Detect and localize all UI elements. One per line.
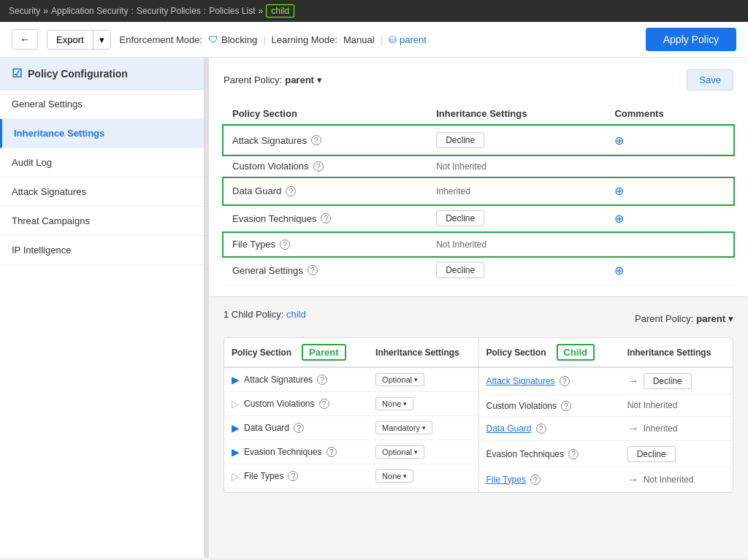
parent-file-types-setting: None ▾ <box>368 464 478 488</box>
col-comments: Comments <box>606 102 733 126</box>
parent-file-types-help[interactable]: ? <box>288 471 298 481</box>
row-custom-viol-comment <box>606 155 733 178</box>
child-data-guard-label: Data Guard <box>486 423 532 434</box>
parent-policy-value[interactable]: parent <box>285 74 314 85</box>
sidebar-item-inheritance-settings[interactable]: Inheritance Settings <box>0 119 204 148</box>
export-button-group: Export ▾ <box>47 30 111 50</box>
parent-custom-viol-help[interactable]: ? <box>319 399 329 409</box>
parent-custom-viol-badge[interactable]: None ▾ <box>375 397 413 410</box>
parent-badge: Parent <box>302 344 346 361</box>
evasion-help-icon[interactable]: ? <box>321 213 331 223</box>
back-button[interactable]: ← <box>12 29 38 50</box>
child-attack-sig-badge[interactable]: Decline <box>644 373 692 389</box>
breadcrumb-security[interactable]: Security <box>9 6 40 16</box>
row-gen-settings-setting: Decline <box>427 256 606 285</box>
row-data-guard-comment: ⊕ <box>606 178 733 204</box>
table-row: File Types ? → Not Inherited <box>479 467 733 492</box>
parent-evasion-badge[interactable]: Optional ▾ <box>375 445 424 459</box>
child-comparison-table: Policy Section Child Inheritance Setting… <box>479 338 733 492</box>
child-attack-sig-section: Attack Signatures ? <box>479 367 620 395</box>
expand-icon[interactable]: ▶ <box>232 422 240 434</box>
parent-evasion-section: ▶ Evasion Techniques ? <box>224 440 368 464</box>
child-custom-viol-text: Not Inherited <box>627 400 678 410</box>
parent-dropdown-icon[interactable]: ▾ <box>317 74 322 85</box>
child-policy-link[interactable]: child <box>286 309 306 320</box>
child-attack-sig-help[interactable]: ? <box>560 376 570 386</box>
toolbar: ← Export ▾ Enforcement Mode: 🛡 Blocking … <box>0 22 748 58</box>
child-count-label: 1 Child Policy: <box>224 309 283 320</box>
bottom-header-right: Parent Policy: parent ▾ <box>635 313 733 324</box>
data-guard-comment-icon[interactable]: ⊕ <box>614 185 624 197</box>
child-file-types-help[interactable]: ? <box>530 475 541 485</box>
sidebar-item-attack-signatures[interactable]: Attack Signatures <box>0 177 204 207</box>
parent-policy-label: Parent Policy: parent ▾ <box>224 74 322 85</box>
sidebar-item-audit-log[interactable]: Audit Log <box>0 148 204 177</box>
parent-attack-sig-badge[interactable]: Optional ▾ <box>375 373 424 386</box>
parent-data-guard-badge[interactable]: Mandatory ▾ <box>375 421 432 434</box>
save-button[interactable]: Save <box>687 69 733 91</box>
sidebar-item-general-settings[interactable]: General Settings <box>0 90 204 119</box>
parent-attack-sig-help[interactable]: ? <box>317 375 327 385</box>
evasion-comment-icon[interactable]: ⊕ <box>614 212 624 225</box>
parent-attack-sig-setting: Optional ▾ <box>368 367 478 392</box>
sidebar-item-threat-campaigns[interactable]: Threat Campaigns <box>0 207 204 236</box>
attack-sig-help-icon[interactable]: ? <box>311 135 321 145</box>
apply-policy-button[interactable]: Apply Policy <box>646 28 736 51</box>
export-caret-button[interactable]: ▾ <box>93 31 110 49</box>
table-row: ▶ Evasion Techniques ? Optional ▾ <box>224 440 478 464</box>
breadcrumb-pollist[interactable]: Policies List <box>209 6 255 16</box>
parent-data-guard-help[interactable]: ? <box>294 423 304 433</box>
child-data-guard-section: Data Guard ? <box>479 416 620 441</box>
parent-file-types-badge[interactable]: None ▾ <box>375 469 413 483</box>
gen-settings-comment-icon[interactable]: ⊕ <box>614 264 624 277</box>
gen-settings-help-icon[interactable]: ? <box>308 265 318 275</box>
bc-sep-1: » <box>43 6 48 16</box>
row-attack-sig-setting: Decline <box>427 126 606 155</box>
evasion-badge[interactable]: Decline <box>436 210 484 226</box>
parent-evasion-label: Evasion Techniques <box>244 447 322 457</box>
bottom-parent-value[interactable]: parent <box>696 313 725 324</box>
arrow-icon: → <box>627 422 639 435</box>
bottom-parent-caret[interactable]: ▾ <box>728 313 733 324</box>
custom-viol-label: Custom Violations <box>232 161 309 172</box>
data-guard-label: Data Guard <box>232 185 281 196</box>
sidebar-item-ip-intelligence[interactable]: IP Intelligence <box>0 236 204 265</box>
parent-table-body: ▶ Attack Signatures ? Optional ▾ <box>224 367 478 488</box>
toolbar-info: Enforcement Mode: 🛡 Blocking | Learning … <box>120 34 637 45</box>
child-attack-sig-setting: → Decline <box>620 368 733 395</box>
parent-policy-link[interactable]: ⛁ parent <box>389 34 427 45</box>
parent-link-text: parent <box>400 34 427 45</box>
child-evasion-setting: Decline <box>620 441 733 468</box>
policy-table-header: Policy Section Inheritance Settings Comm… <box>224 102 733 126</box>
child-evasion-help[interactable]: ? <box>568 449 579 459</box>
child-data-guard-help[interactable]: ? <box>536 423 546 434</box>
table-row: File Types ? Not Inherited <box>224 233 733 256</box>
table-row: Custom Violations ? Not Inherited <box>479 395 733 416</box>
table-row: General Settings ? Decline ⊕ <box>224 256 733 285</box>
child-custom-viol-help[interactable]: ? <box>561 401 571 411</box>
breadcrumb-secpol[interactable]: Security Policies <box>137 6 201 16</box>
table-row: Evasion Techniques ? Decline <box>479 441 733 468</box>
expand-icon[interactable]: ▶ <box>232 374 240 386</box>
export-button[interactable]: Export <box>47 31 93 49</box>
child-file-types-setting: → Not Inherited <box>620 468 733 492</box>
comparison-container: Policy Section Parent Inheritance Settin… <box>224 337 733 493</box>
gen-settings-badge[interactable]: Decline <box>436 262 484 278</box>
child-evasion-badge[interactable]: Decline <box>627 446 676 462</box>
row-attack-sig-comment: ⊕ <box>606 126 733 155</box>
breadcrumb-bar: Security » Application Security : Securi… <box>0 0 748 22</box>
custom-viol-help-icon[interactable]: ? <box>313 161 324 172</box>
custom-viol-text: Not Inherited <box>436 161 486 172</box>
file-types-help-icon[interactable]: ? <box>280 239 290 250</box>
parent-evasion-help[interactable]: ? <box>327 447 337 457</box>
data-guard-help-icon[interactable]: ? <box>286 186 296 196</box>
row-gen-settings-comment: ⊕ <box>606 256 733 285</box>
expand-icon[interactable]: ▶ <box>232 446 240 458</box>
expand-icon-grey: ▷ <box>232 470 240 482</box>
attack-sig-badge[interactable]: Decline <box>436 132 484 148</box>
breadcrumb-current[interactable]: child <box>266 4 294 18</box>
attack-sig-comment-icon[interactable]: ⊕ <box>614 134 624 147</box>
shield-icon: 🛡 <box>208 34 218 45</box>
breadcrumb-appsec[interactable]: Application Security <box>51 6 128 16</box>
parent-data-guard-setting: Mandatory ▾ <box>368 416 478 440</box>
